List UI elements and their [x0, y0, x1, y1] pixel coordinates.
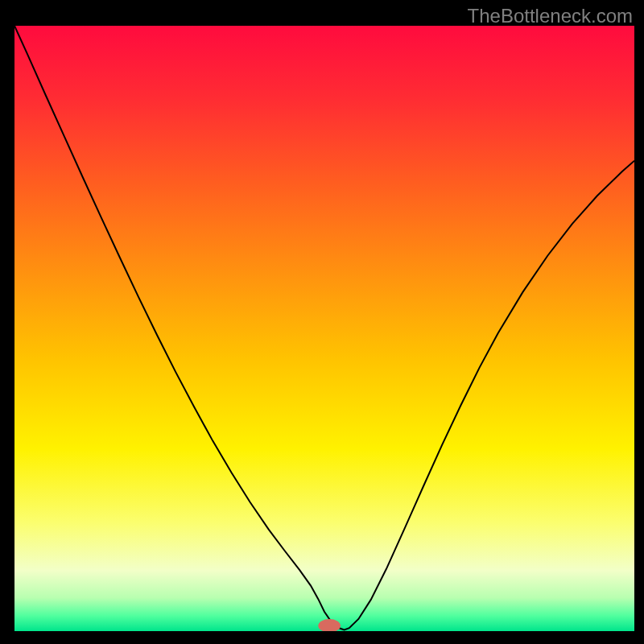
plot-area — [14, 26, 634, 631]
attribution-text: TheBottleneck.com — [468, 5, 633, 27]
bottleneck-chart — [14, 26, 634, 631]
gradient-bg — [14, 26, 634, 631]
